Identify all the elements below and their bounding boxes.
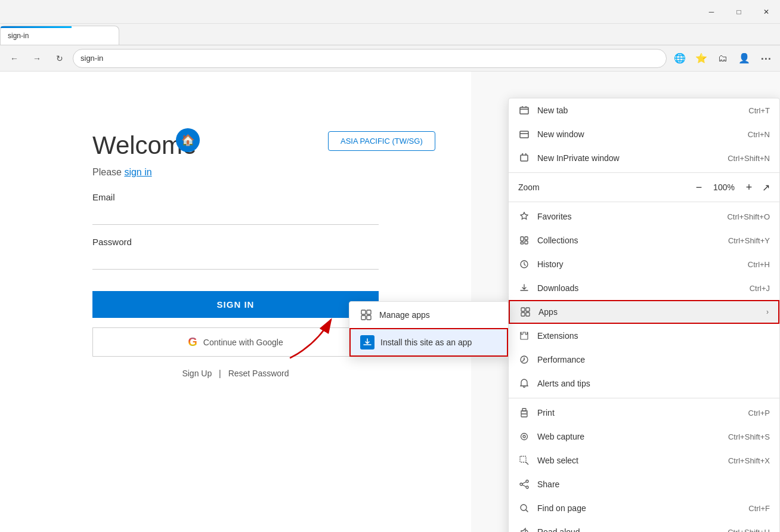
- forward-button[interactable]: →: [27, 49, 47, 68]
- downloads-shortcut: Ctrl+J: [750, 284, 770, 293]
- menu-item-find[interactable]: Find on page Ctrl+F: [509, 496, 779, 520]
- favorites-icon: [518, 211, 530, 222]
- svg-point-23: [526, 480, 528, 482]
- divider-3: [509, 398, 779, 398]
- profile-icon[interactable]: 👤: [735, 49, 754, 68]
- minimize-button[interactable]: ─: [698, 0, 725, 24]
- inprivate-label: New InPrivate window: [537, 153, 716, 163]
- separator: |: [219, 369, 221, 378]
- print-label: Print: [537, 408, 736, 417]
- collections-icon: [518, 234, 530, 246]
- apps-submenu: Manage apps Install this site as an app: [349, 301, 509, 357]
- zoom-out-button[interactable]: −: [691, 179, 707, 196]
- web-capture-shortcut: Ctrl+Shift+S: [728, 432, 770, 441]
- svg-rect-3: [521, 237, 524, 241]
- new-tab-shortcut: Ctrl+T: [748, 106, 770, 115]
- toolbar-icon-1[interactable]: 🌐: [670, 49, 689, 68]
- new-window-label: New window: [537, 129, 736, 139]
- sign-in-button[interactable]: SIGN IN: [92, 291, 379, 318]
- history-label: History: [537, 259, 736, 269]
- alerts-icon: [518, 378, 530, 389]
- loading-bar: [1, 26, 72, 28]
- print-shortcut: Ctrl+P: [748, 409, 770, 417]
- zoom-in-button[interactable]: +: [741, 179, 757, 196]
- svg-point-24: [526, 486, 528, 488]
- password-input[interactable]: [92, 249, 379, 270]
- menu-item-web-select[interactable]: Web select Ctrl+Shift+X: [509, 449, 779, 472]
- submenu-item-install-app[interactable]: Install this site as an app: [349, 328, 508, 357]
- extensions-label: Extensions: [537, 331, 770, 341]
- toolbar-icon-2[interactable]: ⭐: [692, 49, 711, 68]
- history-shortcut: Ctrl+H: [748, 260, 770, 269]
- read-aloud-shortcut: Ctrl+Shift+U: [728, 528, 770, 533]
- divider-2: [509, 202, 779, 202]
- apps-label: Apps: [538, 307, 762, 317]
- sign-in-link[interactable]: sign in: [124, 167, 151, 177]
- region-button[interactable]: ASIA PACIFIC (TW/SG): [328, 131, 435, 151]
- menu-item-favorites[interactable]: Favorites Ctrl+Shift+O: [509, 205, 779, 228]
- zoom-label: Zoom: [518, 183, 691, 192]
- menu-item-new-tab[interactable]: New tab Ctrl+T: [509, 98, 779, 122]
- divider-1: [509, 172, 779, 173]
- read-aloud-label: Read aloud: [537, 527, 716, 532]
- svg-rect-10: [521, 313, 525, 316]
- submenu-item-manage-apps[interactable]: Manage apps: [349, 302, 508, 328]
- reset-password-link[interactable]: Reset Password: [228, 369, 289, 378]
- maximize-button[interactable]: □: [725, 0, 753, 24]
- refresh-button[interactable]: ↻: [50, 49, 69, 68]
- menu-item-inprivate[interactable]: New InPrivate window Ctrl+Shift+N: [509, 146, 779, 170]
- collections-shortcut: Ctrl+Shift+Y: [728, 236, 770, 245]
- new-tab-icon: [518, 104, 530, 116]
- downloads-icon: [518, 282, 530, 294]
- svg-point-25: [520, 483, 522, 485]
- company-logo: 🏠: [176, 128, 200, 152]
- performance-icon: [518, 354, 530, 366]
- zoom-expand-icon[interactable]: ↗: [762, 182, 770, 193]
- inprivate-icon: [518, 152, 530, 164]
- apps-arrow: ›: [766, 308, 769, 316]
- svg-rect-8: [521, 308, 525, 311]
- svg-rect-22: [520, 456, 526, 462]
- tab-bar: sign-in: [0, 24, 780, 45]
- browser-menu: New tab Ctrl+T New window Ctrl+N New InP…: [508, 98, 780, 532]
- menu-item-apps[interactable]: Apps › Manage apps Install this site as …: [509, 300, 779, 324]
- svg-rect-4: [525, 237, 528, 240]
- menu-item-share[interactable]: Share: [509, 472, 779, 496]
- web-capture-icon: [518, 431, 530, 443]
- find-shortcut: Ctrl+F: [748, 504, 770, 513]
- address-box[interactable]: sign-in: [73, 49, 667, 68]
- menu-item-downloads[interactable]: Downloads Ctrl+J: [509, 276, 779, 300]
- tab-title: sign-in: [8, 32, 29, 40]
- email-input[interactable]: [92, 205, 379, 225]
- manage-apps-label: Manage apps: [379, 310, 430, 320]
- signup-link[interactable]: Sign Up: [182, 369, 212, 378]
- menu-item-performance[interactable]: Performance: [509, 348, 779, 372]
- menu-item-print[interactable]: Print Ctrl+P: [509, 401, 779, 425]
- menu-item-history[interactable]: History Ctrl+H: [509, 252, 779, 276]
- menu-item-new-window[interactable]: New window Ctrl+N: [509, 122, 779, 146]
- manage-apps-icon: [359, 308, 373, 322]
- collections-label: Collections: [537, 236, 716, 245]
- menu-item-web-capture[interactable]: Web capture Ctrl+Shift+S: [509, 425, 779, 449]
- apps-icon: [519, 306, 531, 318]
- favorites-label: Favorites: [537, 212, 715, 221]
- menu-item-read-aloud[interactable]: Read aloud Ctrl+Shift+U: [509, 520, 779, 532]
- google-signin-button[interactable]: G Continue with Google: [92, 327, 379, 357]
- menu-item-collections[interactable]: Collections Ctrl+Shift+Y: [509, 228, 779, 252]
- performance-label: Performance: [537, 355, 770, 364]
- svg-rect-15: [367, 316, 371, 320]
- address-text: sign-in: [81, 54, 103, 63]
- downloads-label: Downloads: [537, 283, 738, 293]
- menu-item-alerts[interactable]: Alerts and tips: [509, 372, 779, 395]
- menu-item-extensions[interactable]: Extensions: [509, 324, 779, 348]
- back-button[interactable]: ←: [5, 49, 24, 68]
- close-button[interactable]: ✕: [753, 0, 780, 24]
- password-field-group: Password: [92, 237, 379, 282]
- toolbar-icon-3[interactable]: 🗂: [713, 49, 732, 68]
- svg-rect-14: [361, 316, 366, 320]
- please-text: Please: [92, 167, 122, 177]
- web-select-label: Web select: [537, 456, 716, 465]
- active-tab[interactable]: sign-in: [0, 26, 119, 45]
- svg-point-20: [521, 434, 528, 440]
- browser-menu-button[interactable]: ⋯: [756, 49, 775, 68]
